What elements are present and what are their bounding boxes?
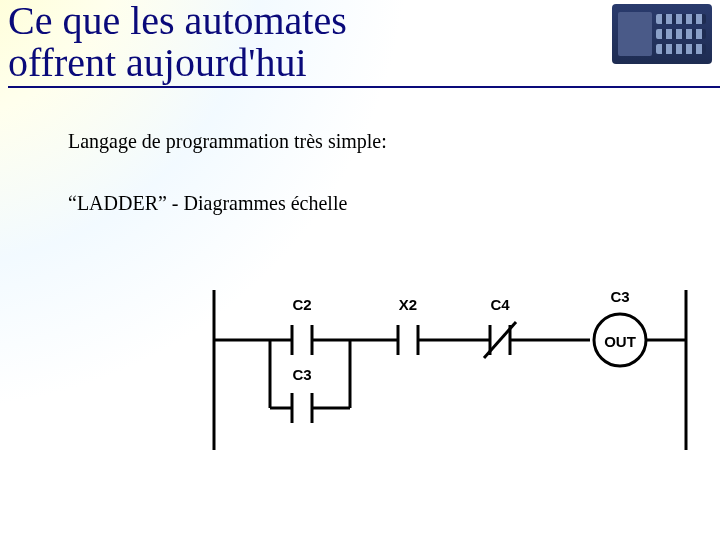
- label-c3-out: C3: [610, 288, 629, 305]
- bullet-line-2: “LADDER” - Diagrammes échelle: [68, 192, 347, 215]
- bullet-line-1: Langage de programmation très simple:: [68, 130, 387, 153]
- plc-illustration: [612, 4, 712, 64]
- label-x2: X2: [399, 296, 417, 313]
- label-c3-branch: C3: [292, 366, 311, 383]
- label-c4: C4: [490, 296, 510, 313]
- label-c2: C2: [292, 296, 311, 313]
- label-out: OUT: [604, 333, 636, 350]
- ladder-diagram: C2 C3 X2 C4 OUT C3: [200, 280, 700, 460]
